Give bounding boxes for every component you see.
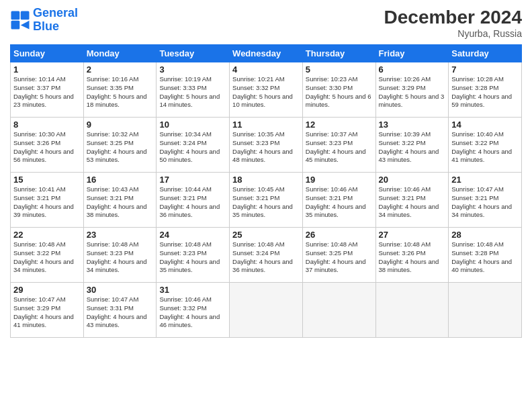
day-info: Sunrise: 10:47 AMSunset: 3:31 PMDaylight… [87, 295, 154, 330]
day-info: Sunrise: 10:23 AMSunset: 3:30 PMDaylight… [306, 75, 373, 109]
day-info: Sunrise: 10:47 AMSunset: 3:21 PMDaylight… [451, 185, 519, 220]
weekday-header-cell: Wednesday [230, 45, 303, 62]
day-number: 25 [232, 230, 300, 240]
day-number: 23 [87, 230, 154, 240]
title-block: December 2024 Nyurba, Russia [384, 7, 522, 39]
day-number: 28 [451, 230, 519, 240]
day-number: 21 [451, 175, 519, 185]
day-info: Sunrise: 10:48 AMSunset: 3:23 PMDaylight… [87, 240, 154, 275]
calendar-day-cell: 16Sunrise: 10:43 AMSunset: 3:21 PMDaylig… [83, 173, 157, 228]
day-number: 29 [13, 285, 81, 295]
calendar-week-row: 15Sunrise: 10:41 AMSunset: 3:21 PMDaylig… [11, 173, 522, 228]
calendar-day-cell: 4Sunrise: 10:21 AMSunset: 3:32 PMDayligh… [230, 62, 303, 118]
day-info: Sunrise: 10:46 AMSunset: 3:21 PMDaylight… [306, 185, 373, 220]
day-number: 15 [13, 175, 81, 185]
calendar-day-cell [230, 283, 303, 338]
calendar-day-cell: 12Sunrise: 10:37 AMSunset: 3:23 PMDaylig… [302, 118, 375, 173]
calendar-day-cell: 5Sunrise: 10:23 AMSunset: 3:30 PMDayligh… [302, 62, 375, 118]
weekday-header-cell: Sunday [11, 45, 84, 62]
weekday-header-cell: Friday [375, 45, 449, 62]
weekday-header-cell: Monday [83, 45, 157, 62]
day-info: Sunrise: 10:48 AMSunset: 3:28 PMDaylight… [451, 240, 519, 275]
day-info: Sunrise: 10:16 AMSunset: 3:35 PMDaylight… [87, 75, 154, 109]
day-number: 31 [159, 285, 226, 295]
day-number: 10 [159, 120, 226, 130]
logo-icon [10, 10, 30, 30]
calendar-day-cell: 1Sunrise: 10:14 AMSunset: 3:37 PMDayligh… [11, 62, 84, 118]
weekday-header-cell: Saturday [449, 45, 522, 62]
day-info: Sunrise: 10:37 AMSunset: 3:23 PMDaylight… [306, 130, 373, 165]
calendar-day-cell: 17Sunrise: 10:44 AMSunset: 3:21 PMDaylig… [157, 173, 230, 228]
day-number: 5 [306, 64, 373, 75]
day-number: 7 [451, 64, 519, 75]
day-number: 20 [379, 175, 446, 185]
calendar-day-cell: 21Sunrise: 10:47 AMSunset: 3:21 PMDaylig… [449, 173, 522, 228]
day-info: Sunrise: 10:48 AMSunset: 3:23 PMDaylight… [159, 240, 226, 275]
day-info: Sunrise: 10:34 AMSunset: 3:24 PMDaylight… [159, 130, 226, 165]
day-number: 26 [306, 230, 373, 240]
day-info: Sunrise: 10:26 AMSunset: 3:29 PMDaylight… [379, 75, 446, 109]
day-number: 1 [13, 64, 81, 75]
day-number: 14 [451, 120, 519, 130]
day-info: Sunrise: 10:46 AMSunset: 3:21 PMDaylight… [379, 185, 446, 220]
day-number: 13 [379, 120, 446, 130]
day-info: Sunrise: 10:35 AMSunset: 3:23 PMDaylight… [232, 130, 300, 165]
svg-marker-3 [21, 21, 30, 30]
calendar-day-cell: 22Sunrise: 10:48 AMSunset: 3:22 PMDaylig… [11, 228, 84, 283]
weekday-header-row: SundayMondayTuesdayWednesdayThursdayFrid… [11, 45, 522, 62]
calendar-day-cell: 31Sunrise: 10:46 AMSunset: 3:32 PMDaylig… [157, 283, 230, 338]
calendar-day-cell: 10Sunrise: 10:34 AMSunset: 3:24 PMDaylig… [157, 118, 230, 173]
day-info: Sunrise: 10:43 AMSunset: 3:21 PMDaylight… [87, 185, 154, 220]
calendar-body: 1Sunrise: 10:14 AMSunset: 3:37 PMDayligh… [11, 62, 522, 338]
day-number: 9 [87, 120, 154, 130]
calendar-day-cell [302, 283, 375, 338]
calendar-day-cell: 28Sunrise: 10:48 AMSunset: 3:28 PMDaylig… [449, 228, 522, 283]
day-info: Sunrise: 10:19 AMSunset: 3:33 PMDaylight… [159, 75, 226, 109]
page: General Blue December 2024 Nyurba, Russi… [0, 0, 532, 411]
day-number: 24 [159, 230, 226, 240]
day-number: 6 [379, 64, 446, 75]
calendar-day-cell: 7Sunrise: 10:28 AMSunset: 3:28 PMDayligh… [449, 62, 522, 118]
day-info: Sunrise: 10:48 AMSunset: 3:26 PMDaylight… [379, 240, 446, 275]
day-number: 17 [159, 175, 226, 185]
header: General Blue December 2024 Nyurba, Russi… [10, 7, 522, 39]
calendar-day-cell: 9Sunrise: 10:32 AMSunset: 3:25 PMDayligh… [83, 118, 157, 173]
calendar-day-cell: 2Sunrise: 10:16 AMSunset: 3:35 PMDayligh… [83, 62, 157, 118]
svg-rect-2 [11, 21, 20, 30]
day-info: Sunrise: 10:45 AMSunset: 3:21 PMDaylight… [232, 185, 300, 220]
day-info: Sunrise: 10:46 AMSunset: 3:32 PMDaylight… [159, 295, 226, 330]
weekday-header-cell: Thursday [302, 45, 375, 62]
day-number: 30 [87, 285, 154, 295]
day-info: Sunrise: 10:48 AMSunset: 3:22 PMDaylight… [13, 240, 81, 275]
day-number: 3 [159, 64, 226, 75]
weekday-header-cell: Tuesday [157, 45, 230, 62]
calendar-table: SundayMondayTuesdayWednesdayThursdayFrid… [10, 44, 522, 338]
calendar-day-cell: 18Sunrise: 10:45 AMSunset: 3:21 PMDaylig… [230, 173, 303, 228]
day-number: 4 [232, 64, 300, 75]
main-title: December 2024 [384, 7, 522, 28]
day-info: Sunrise: 10:21 AMSunset: 3:32 PMDaylight… [232, 75, 300, 109]
day-number: 8 [13, 120, 81, 130]
calendar-day-cell: 19Sunrise: 10:46 AMSunset: 3:21 PMDaylig… [302, 173, 375, 228]
calendar-day-cell: 15Sunrise: 10:41 AMSunset: 3:21 PMDaylig… [11, 173, 84, 228]
calendar-day-cell: 23Sunrise: 10:48 AMSunset: 3:23 PMDaylig… [83, 228, 157, 283]
calendar-week-row: 22Sunrise: 10:48 AMSunset: 3:22 PMDaylig… [11, 228, 522, 283]
calendar-day-cell [375, 283, 449, 338]
day-number: 16 [87, 175, 154, 185]
calendar-day-cell: 29Sunrise: 10:47 AMSunset: 3:29 PMDaylig… [11, 283, 84, 338]
day-info: Sunrise: 10:40 AMSunset: 3:22 PMDaylight… [451, 130, 519, 165]
day-number: 19 [306, 175, 373, 185]
calendar-week-row: 1Sunrise: 10:14 AMSunset: 3:37 PMDayligh… [11, 62, 522, 118]
day-info: Sunrise: 10:48 AMSunset: 3:24 PMDaylight… [232, 240, 300, 275]
day-number: 12 [306, 120, 373, 130]
svg-rect-0 [11, 11, 20, 19]
day-info: Sunrise: 10:30 AMSunset: 3:26 PMDaylight… [13, 130, 81, 165]
day-info: Sunrise: 10:14 AMSunset: 3:37 PMDaylight… [13, 75, 81, 109]
calendar-day-cell [449, 283, 522, 338]
calendar-week-row: 29Sunrise: 10:47 AMSunset: 3:29 PMDaylig… [11, 283, 522, 338]
calendar-week-row: 8Sunrise: 10:30 AMSunset: 3:26 PMDayligh… [11, 118, 522, 173]
day-info: Sunrise: 10:39 AMSunset: 3:22 PMDaylight… [379, 130, 446, 165]
calendar-day-cell: 30Sunrise: 10:47 AMSunset: 3:31 PMDaylig… [83, 283, 157, 338]
calendar-day-cell: 26Sunrise: 10:48 AMSunset: 3:25 PMDaylig… [302, 228, 375, 283]
calendar-day-cell: 8Sunrise: 10:30 AMSunset: 3:26 PMDayligh… [11, 118, 84, 173]
